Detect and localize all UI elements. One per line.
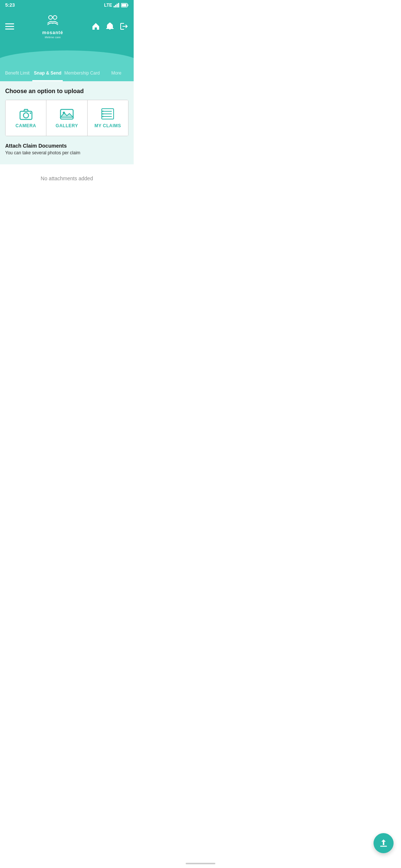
gallery-icon: [59, 108, 74, 120]
bell-icon: [105, 22, 114, 31]
menu-button[interactable]: [5, 22, 14, 31]
svg-point-25: [102, 116, 104, 117]
gallery-label: GALLERY: [56, 123, 78, 128]
gallery-option[interactable]: GALLERY: [46, 100, 87, 136]
nav-icons: [91, 22, 128, 31]
lte-label: LTE: [104, 3, 112, 8]
status-bar: 5:23 LTE: [0, 0, 134, 10]
menu-icon: [5, 22, 14, 31]
camera-icon: [19, 108, 33, 120]
home-button[interactable]: [91, 22, 100, 31]
svg-rect-15: [61, 109, 73, 119]
svg-point-11: [53, 16, 57, 19]
upload-options-container: CAMERA GALLERY: [5, 100, 128, 136]
attach-title: Attach Claim Documents: [5, 143, 128, 149]
svg-rect-7: [5, 23, 14, 24]
attach-section: Attach Claim Documents You can take seve…: [5, 143, 128, 159]
signal-icon: [114, 3, 120, 7]
logout-button[interactable]: [120, 22, 128, 31]
svg-rect-2: [117, 4, 118, 7]
empty-state-message: No attachments added: [41, 175, 93, 181]
tab-membership-card[interactable]: Membership Card: [63, 65, 101, 81]
svg-point-14: [30, 112, 31, 114]
svg-rect-9: [5, 29, 14, 30]
logo-area: mosanté lifetime care: [42, 13, 63, 39]
hero-area: [0, 43, 134, 65]
tab-snap-send[interactable]: Snap & Send: [32, 65, 63, 81]
svg-rect-6: [122, 4, 127, 6]
svg-point-13: [23, 113, 29, 118]
attach-subtitle: You can take several photos per claim: [5, 150, 128, 155]
my-claims-label: MY CLAIMS: [95, 123, 121, 128]
main-content: No attachments added: [0, 164, 134, 320]
svg-point-23: [102, 111, 104, 112]
camera-option[interactable]: CAMERA: [6, 100, 46, 136]
my-claims-option[interactable]: MY CLAIMS: [88, 100, 128, 136]
upload-title: Choose an option to upload: [5, 88, 128, 95]
list-icon: [100, 108, 115, 120]
notification-button[interactable]: [105, 22, 114, 31]
status-time: 5:23: [5, 2, 15, 8]
home-icon: [91, 22, 100, 31]
svg-point-24: [102, 113, 104, 115]
battery-icon: [121, 3, 128, 7]
upload-section: Choose an option to upload CAMERA: [0, 81, 134, 164]
svg-rect-0: [114, 6, 115, 7]
svg-point-10: [49, 16, 52, 19]
svg-rect-3: [118, 3, 119, 7]
tab-bar: Benefit Limit Snap & Send Membership Car…: [0, 65, 134, 81]
svg-rect-8: [5, 26, 14, 27]
svg-rect-5: [128, 4, 128, 6]
logo-image: [45, 13, 61, 29]
status-icons: LTE: [104, 3, 128, 8]
tab-more[interactable]: More: [101, 65, 131, 81]
tab-benefit-limit[interactable]: Benefit Limit: [2, 65, 32, 81]
camera-label: CAMERA: [16, 123, 36, 128]
logout-icon: [120, 22, 128, 31]
top-nav: mosanté lifetime care: [0, 10, 134, 43]
svg-rect-1: [115, 5, 116, 7]
svg-point-18: [63, 112, 65, 114]
